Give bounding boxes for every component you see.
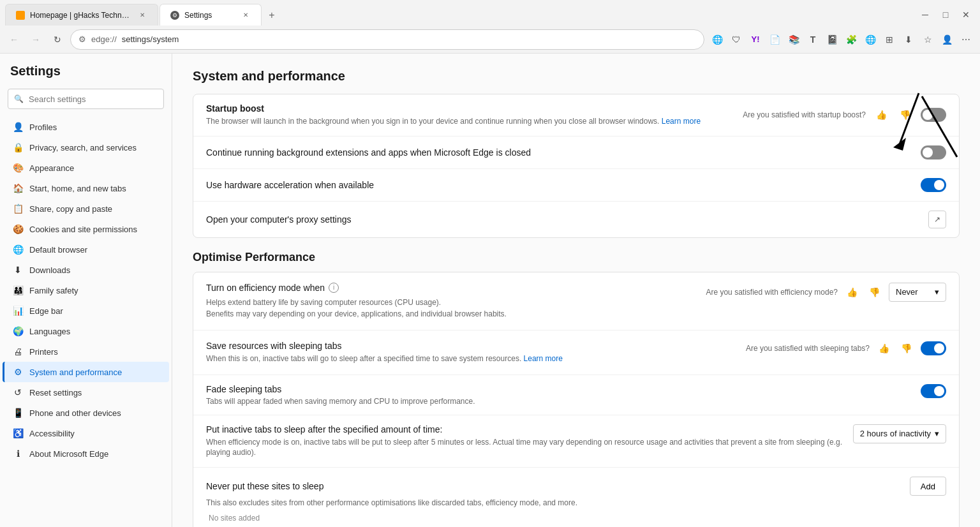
profile-icon[interactable]: 👤 (938, 31, 956, 48)
tab-favicon-settings: ⚙ (170, 11, 179, 20)
collection-icon[interactable]: 📚 (785, 31, 803, 48)
languages-icon: 🌍 (13, 326, 23, 336)
proxy-settings-label: Open your computer's proxy settings (206, 214, 928, 225)
sidebar-item-share-copy[interactable]: 📋 Share, copy and paste (3, 198, 169, 219)
sidebar-label-accessibility: Accessibility (29, 429, 75, 438)
efficiency-info-icon[interactable]: i (329, 283, 339, 293)
sidebar-item-reset[interactable]: ↺ Reset settings (3, 382, 169, 403)
back-button[interactable]: ← (5, 31, 23, 48)
efficiency-thumbdown[interactable]: 👎 (866, 285, 882, 300)
translate-icon[interactable]: 🌐 (861, 31, 879, 48)
tab-close-settings[interactable]: ✕ (241, 10, 251, 20)
search-icon: 🔍 (14, 94, 24, 103)
system-card: Startup boost The browser will launch in… (193, 94, 960, 238)
sidebar: Settings 🔍 👤 Profiles 🔒 Privacy, search,… (0, 54, 172, 527)
sidebar-item-start-home[interactable]: 🏠 Start, home, and new tabs (3, 178, 169, 198)
sleeping-tabs-toggle[interactable] (921, 341, 946, 355)
inactive-tabs-dropdown[interactable]: 2 hours of inactivity ▾ (853, 424, 946, 443)
sidebar-label-privacy: Privacy, search, and services (29, 143, 137, 152)
sidebar-label-system: System and performance (29, 367, 122, 377)
minimize-button[interactable]: ─ (916, 6, 934, 24)
inactive-dropdown-value: 2 hours of inactivity (860, 429, 931, 438)
maximize-button[interactable]: □ (937, 6, 954, 24)
about-icon: ℹ (13, 449, 23, 459)
sleeping-thumbup[interactable]: 👍 (876, 341, 892, 356)
startup-boost-label: Startup boost (206, 103, 743, 114)
tab-close-ghacks[interactable]: ✕ (137, 10, 147, 20)
forward-button[interactable]: → (27, 31, 45, 48)
hardware-acceleration-knob (934, 180, 944, 190)
efficiency-dropdown[interactable]: Never ▾ (889, 283, 946, 302)
proxy-settings-controls: ↗ (928, 211, 946, 228)
sidebar-item-system[interactable]: ⚙ System and performance (3, 362, 169, 382)
sleeping-thumbdown[interactable]: 👎 (898, 341, 914, 356)
sidebar-item-family-safety[interactable]: 👨‍👩‍👧 Family safety (3, 280, 169, 301)
sidebar-item-cookies[interactable]: 🍪 Cookies and site permissions (3, 219, 169, 239)
sidebar-label-start-home: Start, home, and new tabs (29, 184, 126, 193)
shield-icon[interactable]: 🛡 (727, 31, 745, 48)
never-sleep-add-button[interactable]: Add (910, 477, 946, 496)
t-icon[interactable]: T (804, 31, 822, 48)
printers-icon: 🖨 (13, 346, 23, 357)
more-icon[interactable]: ⋯ (957, 31, 975, 48)
startup-boost-controls: Are you satisfied with startup boost? 👍 … (743, 107, 946, 122)
notebook-icon[interactable]: 📓 (823, 31, 841, 48)
hardware-acceleration-toggle[interactable] (921, 178, 946, 192)
split-icon[interactable]: ⊞ (880, 31, 898, 48)
reader-icon[interactable]: 📄 (766, 31, 783, 48)
fade-sleeping-label: Fade sleeping tabs (206, 384, 910, 394)
inactive-tabs-desc: When efficiency mode is on, inactive tab… (206, 437, 843, 459)
extensions-icon[interactable]: 🧩 (842, 31, 860, 48)
efficiency-dropdown-value: Never (896, 287, 918, 297)
sidebar-item-downloads[interactable]: ⬇ Downloads (3, 260, 169, 280)
optimise-card: Turn on efficiency mode when i Helps ext… (193, 272, 960, 527)
sidebar-item-privacy[interactable]: 🔒 Privacy, search, and services (3, 137, 169, 158)
address-bar[interactable]: ⚙ edge://settings/system (70, 29, 704, 50)
external-link-icon: ↗ (934, 215, 940, 224)
startup-boost-learn-more[interactable]: Learn more (662, 117, 701, 126)
sidebar-item-languages[interactable]: 🌍 Languages (3, 321, 169, 341)
edge-icon[interactable]: 🌐 (708, 31, 726, 48)
sleeping-tabs-label: Save resources with sleeping tabs (206, 341, 746, 351)
search-input[interactable] (8, 89, 164, 109)
inactive-tabs-label: Put inactive tabs to sleep after the spe… (206, 424, 843, 434)
tab-settings[interactable]: ⚙ Settings ✕ (160, 4, 262, 26)
close-button[interactable]: ✕ (957, 6, 975, 24)
phone-icon: 📱 (13, 408, 23, 418)
fade-sleeping-controls (921, 384, 946, 398)
sidebar-item-about[interactable]: ℹ About Microsoft Edge (3, 443, 169, 464)
sidebar-label-phone: Phone and other devices (29, 408, 121, 418)
sidebar-item-default-browser[interactable]: 🌐 Default browser (3, 239, 169, 260)
background-extensions-toggle[interactable] (921, 145, 946, 160)
startup-boost-thumbup[interactable]: 👍 (873, 107, 889, 122)
sidebar-item-accessibility[interactable]: ♿ Accessibility (3, 423, 169, 443)
tab-ghacks[interactable]: Homepage | gHacks Technology... ✕ (5, 4, 158, 26)
new-tab-button[interactable]: + (263, 6, 281, 24)
sidebar-item-appearance[interactable]: 🎨 Appearance (3, 158, 169, 178)
startup-boost-thumbdown[interactable]: 👎 (897, 107, 913, 122)
never-sleep-row: Never put these sites to sleep Add This … (193, 468, 959, 527)
sidebar-item-printers[interactable]: 🖨 Printers (3, 341, 169, 362)
sidebar-label-downloads: Downloads (29, 265, 70, 275)
proxy-settings-row: Open your computer's proxy settings ↗ (193, 202, 959, 237)
proxy-external-link-button[interactable]: ↗ (928, 211, 946, 228)
sidebar-item-phone[interactable]: 📱 Phone and other devices (3, 403, 169, 423)
background-extensions-info: Continue running background extensions a… (206, 147, 921, 158)
refresh-button[interactable]: ↻ (48, 31, 66, 48)
sleeping-tabs-info: Save resources with sleeping tabs When t… (206, 341, 746, 364)
address-protocol: edge:// (91, 34, 117, 44)
hardware-acceleration-label: Use hardware acceleration when available (206, 180, 921, 190)
address-path: settings/system (122, 34, 179, 44)
sidebar-item-edge-bar[interactable]: 📊 Edge bar (3, 301, 169, 321)
download-icon[interactable]: ⬇ (900, 31, 917, 48)
fade-sleeping-toggle[interactable] (921, 384, 946, 398)
sleeping-tabs-row: Save resources with sleeping tabs When t… (193, 330, 959, 375)
favorites-icon[interactable]: ☆ (919, 31, 937, 48)
efficiency-thumbup[interactable]: 👍 (844, 285, 860, 300)
hardware-acceleration-controls (921, 178, 946, 192)
startup-boost-info: Startup boost The browser will launch in… (206, 103, 743, 127)
startup-boost-toggle[interactable] (921, 108, 946, 122)
sleeping-tabs-learn-more[interactable]: Learn more (524, 354, 563, 363)
sidebar-item-profiles[interactable]: 👤 Profiles (3, 117, 169, 137)
yahoo-icon[interactable]: Y! (746, 31, 764, 48)
